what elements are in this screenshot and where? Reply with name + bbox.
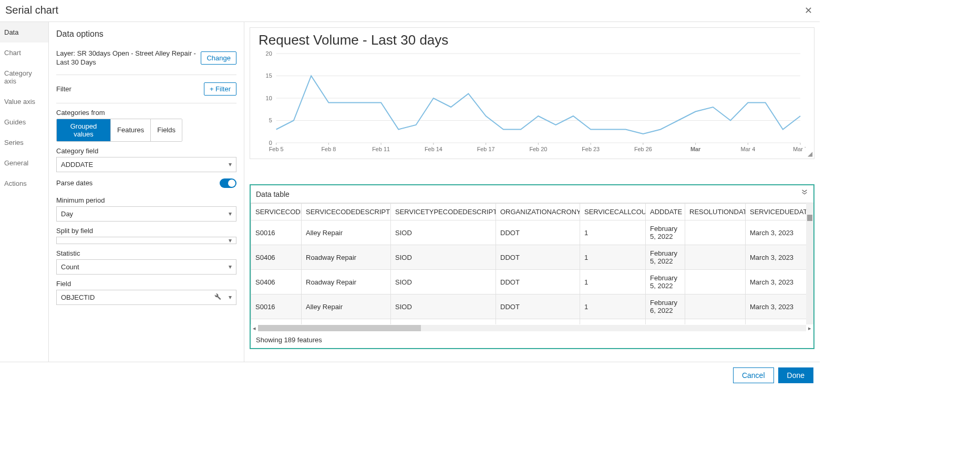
table-cell: February 5, 2022: [646, 220, 685, 245]
table-row[interactable]: S0016Alley RepairSIODDDOT1February 5, 20…: [251, 220, 814, 245]
collapse-icon[interactable]: [801, 190, 808, 198]
table-header[interactable]: RESOLUTIONDATE: [685, 204, 746, 220]
svg-text:Feb 11: Feb 11: [372, 146, 390, 152]
table-cell: SIOD: [391, 220, 496, 245]
chevron-down-icon[interactable]: ▾: [224, 293, 236, 301]
table-cell: February 5, 2022: [646, 270, 685, 294]
side-tab-general[interactable]: General: [0, 153, 48, 173]
vertical-scrollbar[interactable]: [806, 203, 813, 324]
table-cell: 1: [580, 294, 646, 319]
table-cell: 1: [580, 319, 646, 325]
done-button[interactable]: Done: [778, 367, 813, 383]
table-cell: S0406: [251, 270, 302, 294]
table-cell: March 3, 2023: [746, 220, 809, 245]
table-header[interactable]: ADDDATE: [646, 204, 685, 220]
data-options-panel: Data options Layer: SR 30days Open - Str…: [49, 22, 244, 362]
svg-text:Feb 8: Feb 8: [321, 146, 336, 152]
table-cell: February 6,: [646, 319, 685, 325]
data-table-title: Data table: [256, 190, 290, 198]
side-tabs: DataChartCategory axisValue axisGuidesSe…: [0, 22, 49, 362]
side-tab-guides[interactable]: Guides: [0, 112, 48, 132]
chart-svg: 05101520Feb 5Feb 8Feb 11Feb 14Feb 17Feb …: [259, 50, 806, 154]
table-row[interactable]: S0406Roadway RepairSIODDDOT1February 5, …: [251, 245, 814, 270]
side-tab-value-axis[interactable]: Value axis: [0, 91, 48, 112]
parse-dates-toggle[interactable]: [220, 178, 236, 188]
table-cell: March 3, 2023: [746, 294, 809, 319]
svg-text:Mar 4: Mar 4: [740, 146, 755, 152]
segment-grouped-values[interactable]: Grouped values: [57, 119, 110, 141]
layer-text: Layer: SR 30days Open - Street Alley Rep…: [56, 49, 201, 67]
svg-text:Mar: Mar: [690, 146, 701, 152]
svg-text:Feb 17: Feb 17: [477, 146, 495, 152]
parse-dates-label: Parse dates: [56, 179, 92, 187]
segment-features[interactable]: Features: [110, 119, 150, 141]
options-title: Data options: [56, 29, 236, 39]
table-cell: DDOT: [496, 270, 580, 294]
svg-text:Feb 20: Feb 20: [529, 146, 547, 152]
table-cell: [685, 294, 746, 319]
categories-from-label: Categories from: [56, 109, 236, 117]
field-select[interactable]: OBJECTID ▾: [56, 290, 236, 305]
table-cell: March 3, 2023: [746, 270, 809, 294]
segment-fields[interactable]: Fields: [150, 119, 182, 141]
table-header[interactable]: SERVICECALLCOUNT: [580, 204, 646, 220]
table-cell: Roadway Repair: [302, 319, 391, 325]
table-cell: DDOT: [496, 319, 580, 325]
side-tab-chart[interactable]: Chart: [0, 43, 48, 63]
svg-text:Feb 5: Feb 5: [269, 146, 284, 152]
table-row[interactable]: S0406Roadway RepairSIODDDOT1February 6,M…: [251, 319, 814, 325]
table-cell: Roadway Repair: [302, 245, 391, 270]
svg-text:15: 15: [266, 72, 272, 79]
table-cell: [685, 270, 746, 294]
table-cell: February 6, 2022: [646, 294, 685, 319]
table-row[interactable]: S0016Alley RepairSIODDDOT1February 6, 20…: [251, 294, 814, 319]
svg-text:Feb 14: Feb 14: [425, 146, 442, 152]
minimum-period-select[interactable]: Day: [56, 206, 236, 222]
close-icon[interactable]: ✕: [804, 5, 812, 16]
side-tab-category-axis[interactable]: Category axis: [0, 63, 48, 91]
table-cell: [685, 319, 746, 325]
side-tab-series[interactable]: Series: [0, 132, 48, 153]
cancel-button[interactable]: Cancel: [733, 367, 774, 383]
side-tab-actions[interactable]: Actions: [0, 173, 48, 194]
add-filter-button[interactable]: + Filter: [204, 82, 236, 96]
table-cell: DDOT: [496, 220, 580, 245]
table-cell: [685, 245, 746, 270]
table-cell: March 3, 2023: [746, 245, 809, 270]
table-cell: S0406: [251, 245, 302, 270]
scroll-left-icon[interactable]: ◂: [251, 325, 258, 332]
data-table-status: Showing 189 features: [251, 332, 813, 348]
wrench-icon[interactable]: [211, 293, 224, 302]
resize-grip-icon[interactable]: ◢: [808, 152, 813, 157]
table-header[interactable]: ORGANIZATIONACRONYM: [496, 204, 580, 220]
change-layer-button[interactable]: Change: [201, 51, 236, 65]
table-cell: SIOD: [391, 294, 496, 319]
split-by-select[interactable]: [56, 237, 236, 244]
svg-text:10: 10: [266, 95, 272, 101]
table-cell: [685, 220, 746, 245]
table-cell: DDOT: [496, 294, 580, 319]
table-cell: 1: [580, 245, 646, 270]
categories-from-segments: Grouped valuesFeaturesFields: [56, 119, 182, 142]
table-cell: SIOD: [391, 270, 496, 294]
table-header[interactable]: SERVICEDUEDATE: [746, 204, 809, 220]
horizontal-scrollbar[interactable]: ◂ ▸: [251, 324, 813, 332]
statistic-label: Statistic: [56, 249, 236, 257]
table-cell: S0016: [251, 294, 302, 319]
dialog-title: Serial chart: [5, 4, 58, 16]
scroll-right-icon[interactable]: ▸: [806, 325, 813, 332]
category-field-select[interactable]: ADDDATE: [56, 157, 236, 172]
field-label: Field: [56, 280, 236, 288]
svg-text:20: 20: [266, 50, 272, 57]
table-cell: Roadway Repair: [302, 270, 391, 294]
table-cell: Alley Repair: [302, 220, 391, 245]
table-header[interactable]: SERVICECODE: [251, 204, 302, 220]
table-header[interactable]: SERVICETYPECODEDESCRIPTION: [391, 204, 496, 220]
minimum-period-label: Minimum period: [56, 196, 236, 204]
table-row[interactable]: S0406Roadway RepairSIODDDOT1February 5, …: [251, 270, 814, 294]
filter-label: Filter: [56, 85, 71, 93]
table-header[interactable]: SERVICECODEDESCRIPTION: [302, 204, 391, 220]
statistic-select[interactable]: Count: [56, 259, 236, 275]
category-field-label: Category field: [56, 147, 236, 155]
side-tab-data[interactable]: Data: [0, 22, 48, 43]
